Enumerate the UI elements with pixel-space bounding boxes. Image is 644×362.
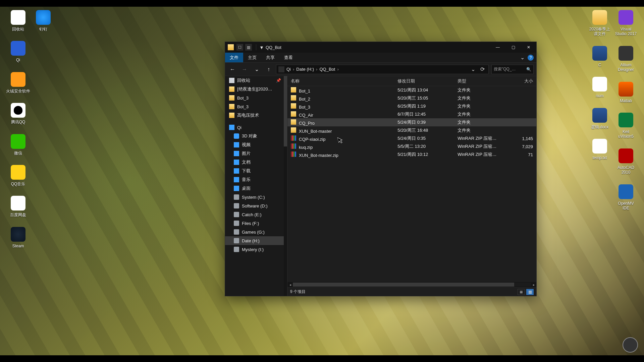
sidebar-item[interactable]: System (C:) bbox=[225, 193, 284, 201]
address-bar[interactable]: Qi› Date (H:)› QQ_Bot› ⌄ ⟳ bbox=[276, 65, 489, 74]
chevron-right-icon[interactable]: › bbox=[316, 67, 317, 72]
tab-file[interactable]: 文件 bbox=[225, 53, 243, 62]
side-scrollbar-thumb[interactable] bbox=[284, 76, 287, 146]
nav-forward-button[interactable]: → bbox=[240, 65, 249, 74]
sidebar-item[interactable]: Bot_3 bbox=[225, 94, 284, 102]
table-row[interactable]: Bot_25/20/周三 15:05文件夹 bbox=[287, 94, 536, 102]
sidebar-item[interactable]: 视频 bbox=[225, 140, 284, 149]
tab-home[interactable]: 主页 bbox=[243, 53, 261, 62]
table-row[interactable]: Bot_15/21/周四 13:04文件夹 bbox=[287, 86, 536, 94]
desktop-icon[interactable]: C bbox=[588, 46, 612, 67]
scroll-right-icon[interactable]: ▸ bbox=[531, 282, 536, 287]
desktop-icon[interactable]: 百度网盘 bbox=[6, 196, 30, 217]
desktop-icon[interactable]: OpenMV IDE bbox=[614, 184, 638, 211]
help-icon[interactable]: ? bbox=[528, 55, 534, 61]
refresh-icon[interactable]: ⟳ bbox=[478, 65, 486, 73]
icon-label: Altium Designer bbox=[618, 63, 634, 72]
qat-newfolder-icon[interactable]: ▥ bbox=[245, 44, 252, 51]
chevron-right-icon[interactable]: › bbox=[337, 67, 338, 72]
table-row[interactable]: XUN_Bot-master.zip5/21/周四 10:12WinRAR ZI… bbox=[287, 150, 536, 159]
icon-label: Keil uVision5 bbox=[618, 129, 634, 139]
avatar-bubble[interactable] bbox=[623, 337, 638, 353]
sidebar-item[interactable]: Date (H:) bbox=[225, 236, 284, 245]
crumb-date[interactable]: Date (H:) bbox=[296, 67, 314, 72]
address-dropdown-icon[interactable]: ⌄ bbox=[469, 65, 477, 73]
file-icon bbox=[291, 143, 296, 149]
search-input[interactable]: 搜索"QQ_… 🔍 bbox=[491, 65, 534, 74]
table-row[interactable]: CQP-xiaoi.zip5/24/周日 0:35WinRAR ZIP 压缩…1… bbox=[287, 134, 536, 142]
scroll-thumb[interactable] bbox=[293, 283, 514, 287]
sidebar-item[interactable]: Qi bbox=[225, 123, 284, 132]
rows-area[interactable]: Bot_15/21/周四 13:04文件夹Bot_25/20/周三 15:05文… bbox=[287, 86, 536, 282]
table-row[interactable]: kuq.zip5/5/周二 13:20WinRAR ZIP 压缩…7,029 bbox=[287, 142, 536, 150]
sidebar-item[interactable]: 桌面 bbox=[225, 184, 284, 193]
maximize-button[interactable]: ▢ bbox=[505, 42, 521, 53]
sidebar-item-label: 图片 bbox=[242, 150, 251, 157]
sidebar-item[interactable]: Games (G:) bbox=[225, 228, 284, 236]
tab-view[interactable]: 查看 bbox=[279, 53, 298, 62]
sidebar-item[interactable]: Bot_3 bbox=[225, 102, 284, 111]
desktop-icon[interactable]: Altium Designer bbox=[614, 46, 638, 72]
scroll-left-icon[interactable]: ◂ bbox=[287, 282, 293, 287]
desktop-icon[interactable]: 火绒安全软件 bbox=[6, 72, 30, 94]
desktop-icon[interactable]: QQ音乐 bbox=[6, 165, 30, 186]
table-row[interactable]: XUN_Bot-master5/20/周三 16:48文件夹 bbox=[287, 126, 536, 134]
tab-share[interactable]: 共享 bbox=[261, 53, 279, 62]
sidebar-item[interactable]: 高电压技术 bbox=[225, 111, 284, 120]
sidebar-item[interactable]: Software (D:) bbox=[225, 201, 284, 210]
file-icon bbox=[291, 152, 296, 157]
desktop-icon[interactable]: 回收站 bbox=[6, 10, 30, 32]
close-button[interactable]: ✕ bbox=[521, 42, 536, 53]
titlebar[interactable]: ☐ ▥ ▾ QQ_Bot — ▢ ✕ bbox=[225, 42, 536, 53]
pin-icon[interactable]: 📌 bbox=[276, 78, 281, 83]
ribbon-collapse-icon[interactable]: ⌄ bbox=[519, 54, 526, 61]
desktop-icon[interactable]: AutoCAD 2010 bbox=[614, 148, 638, 175]
view-icons-button[interactable]: ▦ bbox=[526, 289, 534, 295]
app-icon bbox=[11, 165, 25, 180]
desktop-icon[interactable]: Keil uVision5 bbox=[614, 113, 638, 139]
sidebar-item[interactable]: 音乐 bbox=[225, 175, 284, 184]
h-scrollbar[interactable]: ◂ ▸ bbox=[287, 282, 536, 287]
desktop-icon[interactable]: 钉钉 bbox=[31, 10, 55, 32]
col-date[interactable]: 修改日期 bbox=[394, 78, 454, 84]
view-details-button[interactable]: ≣ bbox=[518, 289, 525, 295]
qat-dropdown-icon[interactable]: ▾ bbox=[260, 44, 263, 51]
file-name: Bot_2 bbox=[299, 97, 310, 102]
desktop-icon[interactable]: Visual Studio 2017 bbox=[614, 10, 638, 37]
desktop-icon[interactable]: Steam bbox=[6, 227, 30, 248]
sidebar-item[interactable]: [绝夜逢生][2020… bbox=[225, 85, 284, 94]
nav-up-button[interactable]: ↑ bbox=[264, 65, 273, 74]
desktop-icon[interactable]: 微信 bbox=[6, 134, 30, 156]
crumb-qi[interactable]: Qi bbox=[286, 67, 291, 72]
nav-back-button[interactable]: ← bbox=[228, 65, 237, 74]
chevron-right-icon[interactable]: › bbox=[293, 67, 294, 72]
sidebar-item[interactable]: Mystery (I:) bbox=[225, 245, 284, 254]
sidebar-item[interactable]: 图片 bbox=[225, 149, 284, 158]
qat-properties-icon[interactable]: ☐ bbox=[236, 44, 243, 51]
sidebar-item[interactable]: 回收站📌 bbox=[225, 76, 284, 85]
sidebar-item[interactable]: Catch (E:) bbox=[225, 210, 284, 219]
sidebar-item[interactable]: Files (F:) bbox=[225, 219, 284, 228]
desktop-icon[interactable]: 2020春季上 课文件 bbox=[588, 10, 612, 37]
scroll-track[interactable] bbox=[293, 283, 531, 287]
col-name[interactable]: 名称 bbox=[287, 78, 394, 84]
status-bar: 9 个项目 ≣ ▦ bbox=[287, 287, 536, 296]
desktop-icon[interactable]: 逻辑.docx bbox=[588, 108, 612, 129]
nav-recent-dropdown[interactable]: ⌄ bbox=[252, 65, 261, 74]
crumb-qqbot[interactable]: QQ_Bot bbox=[319, 67, 335, 72]
sidebar-item[interactable]: 下载 bbox=[225, 167, 284, 175]
desktop-icon[interactable]: 腾讯QQ bbox=[6, 103, 30, 124]
sidebar-item[interactable]: 文档 bbox=[225, 158, 284, 167]
desktop-icon[interactable]: Qi bbox=[6, 41, 30, 62]
minimize-button[interactable]: — bbox=[490, 42, 505, 53]
col-type[interactable]: 类型 bbox=[454, 78, 507, 84]
desktop-icon[interactable]: num bbox=[588, 77, 612, 98]
table-row[interactable]: Bot_36/25/周四 1:19文件夹 bbox=[287, 102, 536, 110]
col-size[interactable]: 大小 bbox=[507, 78, 536, 84]
table-row[interactable]: CQ_Pro5/24/周日 0:39文件夹 bbox=[287, 118, 536, 126]
file-type: 文件夹 bbox=[454, 87, 507, 93]
desktop-icon[interactable]: temp.txt bbox=[588, 139, 612, 160]
sidebar-item[interactable]: 3D 对象 bbox=[225, 132, 284, 140]
table-row[interactable]: CQ_Air6/7/周日 12:45文件夹 bbox=[287, 110, 536, 118]
desktop-icon[interactable]: Matlab bbox=[614, 82, 638, 103]
